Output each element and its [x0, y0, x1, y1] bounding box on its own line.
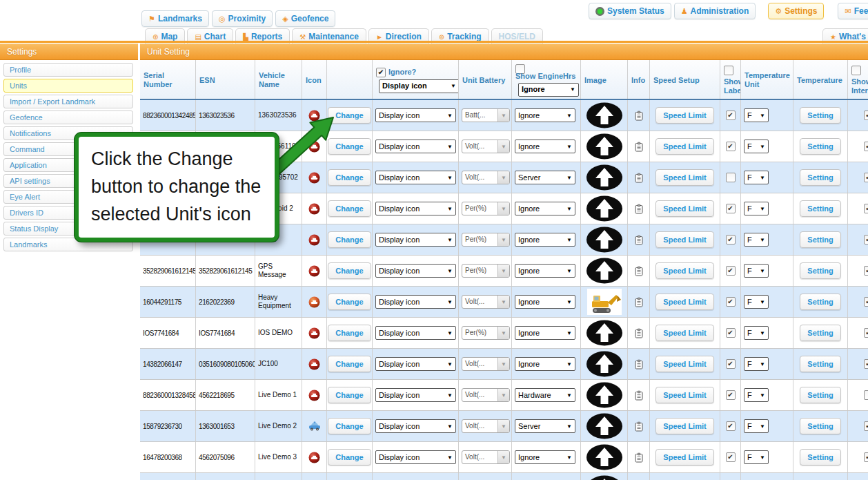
change-button[interactable]: Change	[328, 418, 371, 434]
setting-button[interactable]: Setting	[800, 231, 840, 248]
show-interval-checkbox[interactable]: ✔	[864, 235, 868, 244]
display-icon-select[interactable]: Display icon▼	[375, 140, 456, 153]
proximity-button[interactable]: ◎Proximity	[212, 10, 273, 27]
temperature-unit-select[interactable]: F▼	[744, 140, 769, 153]
unit-battery-select[interactable]: Volt(...▼	[462, 140, 510, 153]
show-interval-checkbox[interactable]: ✔	[864, 111, 868, 120]
enginehrs-select[interactable]: Ignore▼	[515, 450, 575, 464]
show-interval-checkbox[interactable]	[851, 66, 861, 75]
speed-limit-button[interactable]: Speed Limit	[655, 231, 713, 248]
show-label-checkbox[interactable]: ✔	[726, 359, 736, 369]
setting-button[interactable]: Setting	[800, 449, 840, 465]
info-icon[interactable]	[635, 328, 643, 338]
show-interval-checkbox[interactable]: ✔	[864, 452, 868, 462]
show-label-checkbox[interactable]: ✔	[726, 266, 736, 276]
speed-limit-button[interactable]: Speed Limit	[655, 356, 713, 372]
system-status-button[interactable]: System Status	[589, 3, 671, 19]
change-button[interactable]: Change	[328, 200, 371, 217]
show-label-checkbox[interactable]: ✔	[726, 390, 736, 400]
show-label-checkbox[interactable]: ✔	[726, 204, 736, 213]
unit-battery-select[interactable]: Volt(...▼	[462, 171, 510, 184]
enginehrs-select[interactable]: Ignore▼	[515, 357, 575, 371]
change-button[interactable]: Change	[328, 387, 371, 403]
unit-battery-select[interactable]: Volt(...▼	[462, 388, 510, 402]
speed-limit-button[interactable]: Speed Limit	[655, 387, 713, 403]
enginehrs-select[interactable]: Ignore▼	[515, 202, 575, 215]
info-icon[interactable]	[635, 297, 643, 307]
show-label-checkbox[interactable]: ✔	[726, 235, 736, 244]
settings-button[interactable]: ⚙Settings	[768, 3, 824, 19]
unit-battery-select[interactable]: Volt(...▼	[462, 450, 510, 464]
change-button[interactable]: Change	[328, 262, 371, 279]
show-label-checkbox[interactable]: ✔	[726, 142, 736, 151]
sidebar-item-profile[interactable]: Profile	[3, 63, 133, 77]
show-interval-checkbox[interactable]: ✔	[864, 266, 868, 276]
display-icon-select[interactable]: Display icon▼	[375, 202, 456, 215]
show-interval-checkbox[interactable]: ✔	[864, 359, 868, 369]
enginehrs-select[interactable]: Ignore▼	[515, 326, 575, 340]
show-label-checkbox[interactable]: ✔	[726, 328, 736, 338]
unit-battery-select[interactable]: Volt(...▼	[462, 295, 510, 309]
setting-button[interactable]: Setting	[800, 262, 840, 279]
change-button[interactable]: Change	[328, 325, 371, 341]
administration-button[interactable]: ♟Administration	[674, 3, 756, 19]
enginehrs-header-select[interactable]: Ignore▼	[518, 83, 579, 97]
change-button[interactable]: Change	[328, 449, 371, 465]
temperature-unit-select[interactable]: F▼	[744, 233, 769, 247]
setting-button[interactable]: Setting	[800, 294, 840, 310]
temperature-unit-select[interactable]: F▼	[744, 357, 769, 371]
enginehrs-select[interactable]: Ignore▼	[515, 108, 575, 122]
speed-limit-button[interactable]: Speed Limit	[655, 325, 713, 341]
unit-battery-select[interactable]: Per(%)▼	[462, 326, 510, 340]
unit-battery-select[interactable]: Volt(...▼	[462, 357, 510, 371]
speed-limit-button[interactable]: Speed Limit	[655, 107, 713, 124]
temperature-unit-select[interactable]: F▼	[744, 450, 769, 464]
enginehrs-select[interactable]: Ignore▼	[515, 233, 575, 247]
show-interval-checkbox[interactable]: ✔	[864, 204, 868, 213]
speed-limit-button[interactable]: Speed Limit	[655, 294, 713, 310]
enginehrs-select[interactable]: Server▼	[515, 171, 575, 184]
show-interval-checkbox[interactable]: ✔	[864, 297, 868, 307]
info-icon[interactable]	[635, 142, 643, 152]
display-icon-select[interactable]: Display icon▼	[375, 233, 456, 247]
temperature-unit-select[interactable]: F▼	[744, 388, 769, 402]
unit-battery-select[interactable]: Per(%)▼	[462, 233, 510, 247]
show-label-checkbox[interactable]	[726, 173, 736, 182]
unit-battery-select[interactable]: Per(%)▼	[462, 202, 510, 215]
show-label-checkbox[interactable]: ✔	[726, 421, 736, 431]
temperature-unit-select[interactable]: F▼	[744, 295, 769, 309]
info-icon[interactable]	[635, 359, 643, 369]
speed-limit-button[interactable]: Speed Limit	[655, 262, 713, 279]
setting-button[interactable]: Setting	[800, 387, 840, 403]
display-icon-select[interactable]: Display icon▼	[375, 108, 456, 122]
info-icon[interactable]	[635, 235, 643, 245]
feedback-button[interactable]: ✉Feedback	[838, 3, 868, 19]
info-icon[interactable]	[635, 266, 643, 276]
change-button[interactable]: Change	[328, 294, 371, 310]
setting-button[interactable]: Setting	[800, 325, 840, 341]
enginehrs-select[interactable]: Ignore▼	[515, 140, 575, 153]
temperature-unit-select[interactable]: F▼	[744, 326, 769, 340]
info-icon[interactable]	[635, 111, 643, 121]
setting-button[interactable]: Setting	[800, 200, 840, 217]
temperature-unit-select[interactable]: F▼	[744, 419, 769, 433]
display-icon-select[interactable]: Display icon▼	[375, 264, 456, 278]
temperature-unit-select[interactable]: F▼	[744, 202, 769, 215]
info-icon[interactable]	[635, 452, 643, 463]
show-label-checkbox[interactable]: ✔	[726, 452, 736, 462]
display-icon-select[interactable]: Display icon▼	[375, 419, 456, 433]
show-interval-checkbox[interactable]	[864, 390, 868, 400]
show-label-checkbox[interactable]	[724, 66, 733, 75]
ignore-checkbox[interactable]: ✔	[376, 68, 386, 77]
setting-button[interactable]: Setting	[800, 138, 840, 155]
temperature-unit-select[interactable]: F▼	[744, 264, 769, 278]
temperature-unit-select[interactable]: F▼	[744, 171, 769, 184]
info-icon[interactable]	[635, 173, 643, 183]
unit-battery-select[interactable]: Per(%)▼	[462, 264, 510, 278]
show-label-checkbox[interactable]: ✔	[726, 111, 736, 120]
enginehrs-select[interactable]: Ignore▼	[515, 264, 575, 278]
show-interval-checkbox[interactable]: ✔	[864, 173, 868, 182]
speed-limit-button[interactable]: Speed Limit	[655, 169, 713, 186]
sidebar-item-units[interactable]: Units	[3, 79, 133, 93]
display-icon-select[interactable]: Display icon▼	[375, 357, 456, 371]
